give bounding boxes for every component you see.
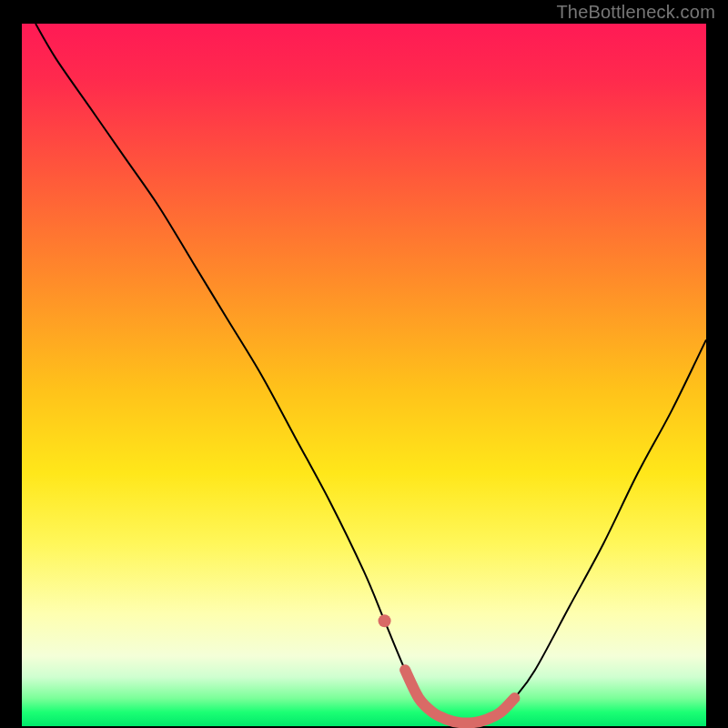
bottleneck-curve-line [35,24,706,723]
chart-frame [11,22,717,728]
bottleneck-curve-highlight [405,670,514,723]
watermark-text: TheBottleneck.com [556,2,715,23]
bottleneck-highlight-start-dot [379,614,391,627]
bottleneck-curve-svg [22,24,706,726]
